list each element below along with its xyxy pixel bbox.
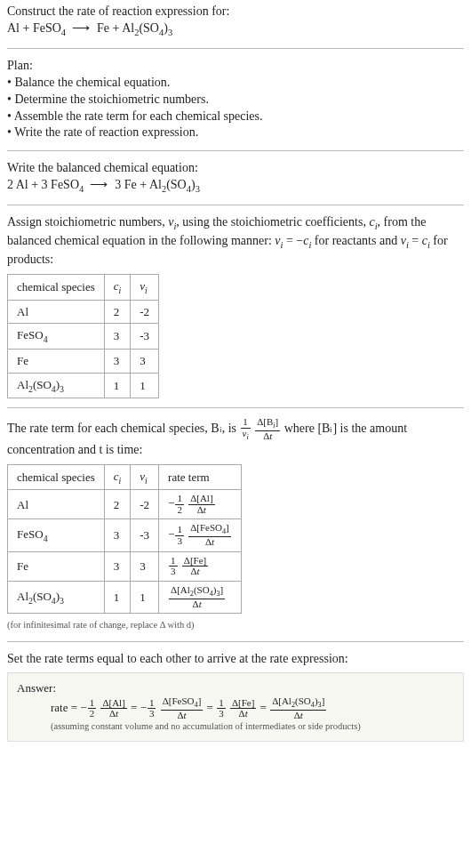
col-vi: νi <box>131 275 159 301</box>
table-row: Fe 3 3 <box>8 350 159 374</box>
rateterm-table: chemical species ci νi rate term Al 2 -2… <box>7 464 242 615</box>
table-header-row: chemical species ci νi rate term <box>8 464 242 490</box>
answer-box: Answer: rate = −12 Δ[Al]Δt = −13 Δ[FeSO4… <box>7 672 464 741</box>
cell-rateterm: −13 Δ[FeSO4]Δt <box>159 519 242 551</box>
cell-species: FeSO4 <box>8 324 105 350</box>
cell-vi: -3 <box>131 324 159 350</box>
intro-prompt: Construct the rate of reaction expressio… <box>7 4 464 20</box>
rate-expression: rate = −12 Δ[Al]Δt = −13 Δ[FeSO4]Δt = 13… <box>51 696 454 720</box>
plan-item-text: Balance the chemical equation. <box>14 76 170 89</box>
frac-one-over-vi: 1νi <box>241 417 251 441</box>
table-row: Al2(SO4)3 1 1 <box>8 373 159 398</box>
cell-ci: 1 <box>104 373 131 398</box>
plan-item: • Write the rate of reaction expression. <box>7 125 464 141</box>
cell-species: Al <box>8 490 105 519</box>
cell-ci: 3 <box>104 551 131 581</box>
cell-rateterm: 13 Δ[Fe]Δt <box>159 551 242 581</box>
cell-vi: 1 <box>131 373 159 398</box>
cell-ci: 1 <box>104 581 131 613</box>
cell-rateterm: Δ[Al2(SO4)3]Δt <box>159 581 242 613</box>
table-row: FeSO4 3 -3 −13 Δ[FeSO4]Δt <box>8 519 242 551</box>
cell-ci: 3 <box>104 324 131 350</box>
cell-ci: 3 <box>104 350 131 374</box>
plan-item: • Balance the chemical equation. <box>7 75 464 92</box>
rateterm-text: The rate term for each chemical species,… <box>7 417 464 458</box>
rateterm-text-a: The rate term for each chemical species,… <box>7 422 240 435</box>
plan-item: • Assemble the rate term for each chemic… <box>7 108 464 125</box>
rateterm-note: (for infinitesimal rate of change, repla… <box>7 619 464 631</box>
cell-vi: 3 <box>131 551 159 581</box>
stoich-table: chemical species ci νi Al 2 -2 FeSO4 3 -… <box>7 274 159 398</box>
plan-heading: Plan: <box>7 58 464 75</box>
assign-text: Assign stoichiometric numbers, νi, using… <box>7 214 464 269</box>
table-row: Al2(SO4)3 1 1 Δ[Al2(SO4)3]Δt <box>8 581 242 613</box>
plan-item-text: Determine the stoichiometric numbers. <box>14 92 209 106</box>
rate-label: rate = <box>51 701 80 714</box>
cell-vi: 3 <box>131 350 159 374</box>
table-row: FeSO4 3 -3 <box>8 324 159 350</box>
cell-species: Fe <box>8 551 105 581</box>
table-row: Al 2 -2 <box>8 300 159 324</box>
cell-ci: 3 <box>104 519 131 551</box>
col-ci: ci <box>104 464 131 490</box>
plan-item: • Determine the stoichiometric numbers. <box>7 92 464 108</box>
cell-ci: 2 <box>104 300 131 324</box>
table-row: Al 2 -2 −12 Δ[Al]Δt <box>8 490 242 519</box>
cell-species: Fe <box>8 350 105 374</box>
cell-species: FeSO4 <box>8 519 105 551</box>
col-ci: ci <box>104 275 131 301</box>
plan-item-text: Write the rate of reaction expression. <box>14 125 198 139</box>
cell-vi: -3 <box>131 519 159 551</box>
table-row: Fe 3 3 13 Δ[Fe]Δt <box>8 551 242 581</box>
answer-disclaimer: (assuming constant volume and no accumul… <box>51 720 454 733</box>
balanced-equation: 2 Al + 3 FeSO4 ⟶ 3 Fe + Al2(SO4)3 <box>7 177 464 196</box>
answer-label: Answer: <box>17 680 454 696</box>
col-vi: νi <box>131 464 159 490</box>
cell-vi: -2 <box>131 490 159 519</box>
cell-species: Al2(SO4)3 <box>8 581 105 613</box>
frac-dBi-dt: Δ[Bi]Δt <box>255 417 280 441</box>
balanced-heading: Write the balanced chemical equation: <box>7 160 464 177</box>
table-header-row: chemical species ci νi <box>8 275 159 301</box>
cell-rateterm: −12 Δ[Al]Δt <box>159 490 242 519</box>
cell-species: Al2(SO4)3 <box>8 373 105 398</box>
cell-vi: 1 <box>131 581 159 613</box>
col-species: chemical species <box>8 464 105 490</box>
final-heading: Set the rate terms equal to each other t… <box>7 651 464 668</box>
col-species: chemical species <box>8 275 105 301</box>
intro-equation: Al + FeSO4 ⟶ Fe + Al2(SO4)3 <box>7 20 464 39</box>
cell-species: Al <box>8 300 105 324</box>
plan-item-text: Assemble the rate term for each chemical… <box>14 109 263 123</box>
cell-vi: -2 <box>131 300 159 324</box>
col-rateterm: rate term <box>159 464 242 490</box>
cell-ci: 2 <box>104 490 131 519</box>
